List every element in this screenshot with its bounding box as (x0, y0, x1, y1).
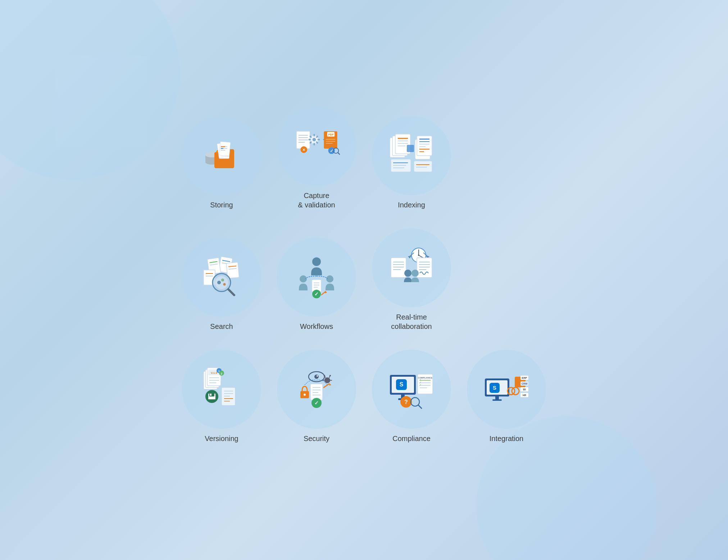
versioning-label: Versioning (205, 434, 238, 443)
svg-point-179 (512, 387, 519, 395)
card-compliance-circle: S COMPLIANCE ✓ ✓ ✓ ? (372, 350, 451, 429)
card-search-circle (182, 238, 261, 317)
svg-rect-60 (414, 161, 432, 172)
capture-label: Capture& validation (298, 191, 335, 210)
card-versioning: V.1.0 1 2 (178, 350, 265, 453)
indexing-icon (388, 132, 435, 179)
svg-rect-137 (310, 384, 323, 400)
realtime-icon (388, 244, 435, 291)
svg-point-77 (217, 281, 221, 284)
svg-point-133 (314, 375, 319, 379)
svg-rect-176 (495, 396, 499, 399)
integration-label: Integration (490, 434, 524, 443)
indexing-label: Indexing (398, 200, 425, 210)
card-integration: S ERP CRM BI HR (463, 350, 550, 453)
svg-point-76 (215, 276, 228, 289)
svg-point-144 (324, 377, 330, 383)
svg-marker-96 (408, 256, 411, 258)
svg-point-136 (304, 394, 306, 396)
card-capture-circle: × PDF ✓ (277, 107, 356, 186)
svg-rect-18 (314, 134, 315, 137)
security-label: Security (304, 434, 329, 443)
capture-icon: × PDF ✓ (293, 123, 340, 170)
card-capture: × PDF ✓ Capture& validation (273, 107, 360, 220)
card-realtime-circle (372, 228, 451, 307)
svg-text:S: S (493, 385, 496, 391)
svg-rect-20 (309, 139, 311, 141)
svg-text:✓: ✓ (419, 384, 422, 387)
card-integration-circle: S ERP CRM BI HR (467, 350, 546, 429)
svg-point-17 (313, 138, 316, 141)
svg-text:✓: ✓ (330, 148, 333, 153)
svg-point-81 (312, 257, 321, 266)
realtime-label: Real-timecollaboration (391, 312, 432, 331)
card-indexing: Indexing (368, 107, 455, 220)
storing-label: Storing (210, 200, 233, 210)
security-icon: ✓ (293, 366, 340, 413)
svg-point-79 (223, 283, 226, 286)
workflows-label: Workflows (300, 322, 333, 331)
svg-text:ERP: ERP (522, 377, 527, 379)
card-realtime: Real-timecollaboration (368, 228, 455, 341)
svg-point-134 (317, 375, 318, 377)
svg-point-109 (411, 270, 419, 277)
svg-line-171 (418, 405, 422, 408)
card-security: ✓ Security (273, 350, 360, 453)
card-workflows-circle: ✓ (277, 238, 356, 317)
svg-point-149 (324, 375, 325, 376)
svg-text:2: 2 (221, 372, 223, 375)
search-label: Search (210, 322, 233, 331)
storing-icon (198, 132, 245, 179)
svg-rect-125 (210, 394, 211, 396)
feature-grid: Storing (166, 107, 562, 453)
svg-point-108 (404, 270, 411, 277)
versioning-icon: V.1.0 1 2 (198, 366, 245, 413)
card-workflows: ✓ Workflows (273, 228, 360, 341)
svg-text:PDF: PDF (328, 133, 334, 136)
compliance-label: Compliance (392, 434, 431, 443)
card-security-circle: ✓ (277, 350, 356, 429)
card-storing-circle (182, 116, 261, 195)
card-indexing-circle (372, 116, 451, 195)
svg-point-78 (221, 279, 224, 281)
card-storing: Storing (178, 107, 265, 220)
integration-icon: S ERP CRM BI HR (483, 366, 530, 413)
svg-rect-19 (314, 143, 315, 146)
search-icon-feature (198, 254, 245, 300)
compliance-icon: S COMPLIANCE ✓ ✓ ✓ ? (388, 366, 435, 413)
svg-text:CRM: CRM (522, 382, 527, 385)
svg-text:HR: HR (523, 394, 526, 396)
svg-text:?: ? (404, 399, 408, 405)
card-search: Search (178, 228, 265, 341)
svg-rect-177 (492, 399, 502, 401)
svg-rect-47 (407, 145, 414, 152)
svg-rect-21 (318, 139, 320, 141)
svg-line-80 (228, 289, 234, 295)
card-compliance: S COMPLIANCE ✓ ✓ ✓ ? (368, 350, 455, 453)
svg-line-90 (321, 292, 326, 295)
svg-line-39 (338, 153, 340, 155)
svg-text:✓: ✓ (314, 291, 319, 297)
svg-line-151 (324, 384, 329, 387)
svg-rect-126 (222, 387, 235, 405)
card-versioning-circle: V.1.0 1 2 (182, 350, 261, 429)
svg-marker-152 (329, 383, 331, 386)
svg-text:✓: ✓ (314, 400, 319, 406)
svg-point-95 (418, 254, 419, 256)
svg-rect-98 (391, 258, 406, 277)
svg-text:V.1.0: V.1.0 (211, 371, 217, 375)
workflows-icon: ✓ (293, 254, 340, 300)
svg-point-150 (329, 375, 331, 376)
svg-text:×: × (302, 147, 305, 152)
svg-text:S: S (400, 381, 404, 387)
svg-text:BI: BI (523, 388, 526, 391)
